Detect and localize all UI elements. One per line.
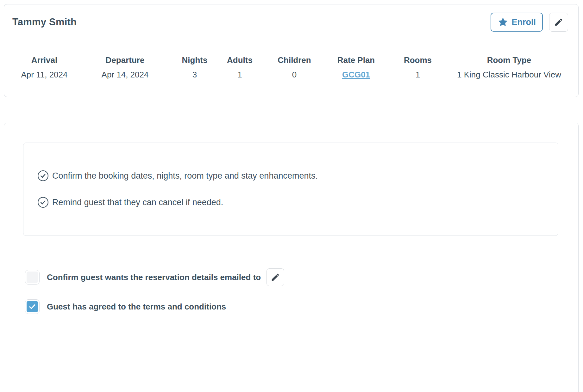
script-item-text: Remind guest that they can cancel if nee…: [52, 198, 223, 207]
guest-summary-card: Tammy Smith Enroll Arrival Departure Nig…: [4, 4, 579, 97]
rooms-value: 1: [389, 69, 446, 80]
confirmation-card: Confirm the booking dates, nights, room …: [4, 123, 579, 392]
terms-agreed-row: Guest has agreed to the terms and condit…: [25, 299, 578, 314]
column-header-rate-plan: Rate Plan: [323, 55, 389, 65]
children-value: 0: [266, 69, 323, 80]
room-type-value: 1 King Classic Harbour View: [446, 69, 572, 80]
reservation-table-header: Arrival Departure Nights Adults Children…: [14, 55, 572, 65]
email-confirm-row: Confirm guest wants the reservation deta…: [25, 268, 578, 286]
pencil-icon: [554, 17, 563, 27]
edit-email-button[interactable]: [266, 268, 284, 286]
check-circle-icon: [37, 197, 49, 208]
arrival-value: Apr 11, 2024: [14, 69, 74, 80]
column-header-adults: Adults: [214, 55, 266, 65]
terms-agreed-label: Guest has agreed to the terms and condit…: [47, 302, 226, 312]
reservation-table-row: Apr 11, 2024 Apr 14, 2024 3 1 0 GCG01 1 …: [14, 69, 572, 80]
column-header-nights: Nights: [176, 55, 214, 65]
agent-script-box: Confirm the booking dates, nights, room …: [23, 143, 558, 236]
terms-agreed-checkbox[interactable]: [25, 299, 40, 314]
check-circle-icon: [37, 170, 49, 181]
star-icon: [498, 17, 508, 28]
email-confirm-checkbox[interactable]: [25, 270, 40, 285]
enroll-button-label: Enroll: [511, 17, 536, 27]
column-header-arrival: Arrival: [14, 55, 74, 65]
guest-card-header: Tammy Smith Enroll: [4, 4, 578, 40]
guest-card-actions: Enroll: [491, 13, 568, 32]
departure-value: Apr 14, 2024: [74, 69, 176, 80]
adults-value: 1: [214, 69, 266, 80]
enroll-button[interactable]: Enroll: [491, 13, 543, 32]
column-header-departure: Departure: [74, 55, 176, 65]
check-icon: [28, 303, 36, 311]
column-header-rooms: Rooms: [389, 55, 446, 65]
script-item-text: Confirm the booking dates, nights, room …: [52, 171, 318, 181]
script-item: Remind guest that they can cancel if nee…: [37, 197, 545, 208]
email-confirm-label: Confirm guest wants the reservation deta…: [47, 273, 261, 282]
script-item: Confirm the booking dates, nights, room …: [37, 170, 545, 181]
checkbox-inner: [27, 272, 38, 283]
column-header-children: Children: [266, 55, 323, 65]
nights-value: 3: [176, 69, 214, 80]
rate-plan-link[interactable]: GCG01: [342, 70, 370, 79]
guest-name: Tammy Smith: [12, 16, 77, 28]
pencil-icon: [271, 273, 280, 282]
column-header-room-type: Room Type: [446, 55, 572, 65]
reservation-table: Arrival Departure Nights Adults Children…: [4, 40, 578, 80]
checkbox-inner: [27, 301, 38, 312]
edit-guest-button[interactable]: [549, 13, 568, 32]
